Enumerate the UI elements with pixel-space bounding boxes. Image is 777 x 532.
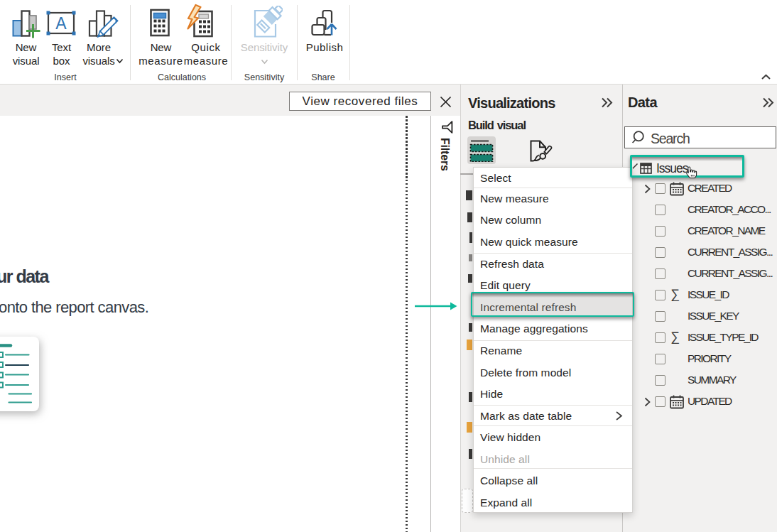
svg-text:A: A (55, 14, 67, 33)
